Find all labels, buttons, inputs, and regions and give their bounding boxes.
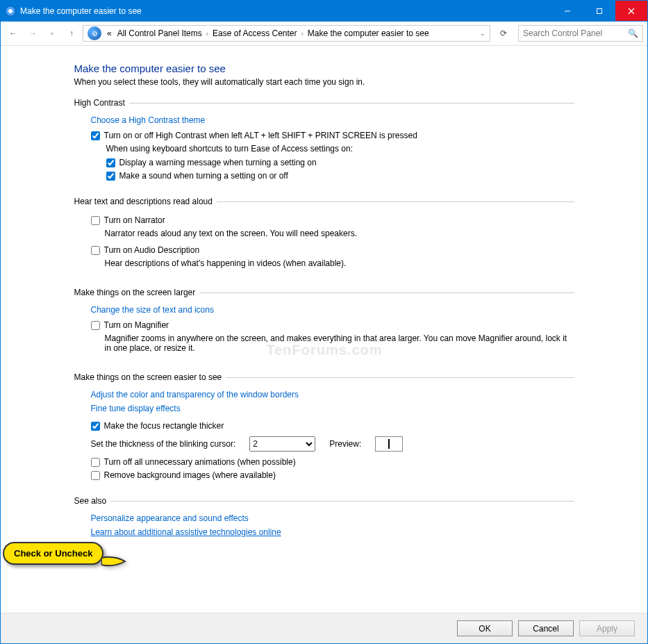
cb-toggle-hc[interactable] xyxy=(91,131,100,140)
legend-see-also: See also xyxy=(74,496,111,506)
svg-rect-3 xyxy=(597,8,602,13)
content-area: TenForums.com Make the computer easier t… xyxy=(1,46,647,613)
titlebar: Make the computer easier to see xyxy=(1,1,647,22)
link-learn-assistive[interactable]: Learn about additional assistive technol… xyxy=(91,527,281,537)
crumb-0[interactable]: All Control Panel Items xyxy=(115,28,205,38)
link-change-size[interactable]: Change the size of text and icons xyxy=(91,305,214,315)
page-description: When you select these tools, they will a… xyxy=(74,77,574,87)
lbl-toggle-hc[interactable]: Turn on or off High Contrast when left A… xyxy=(104,131,417,140)
lbl-remove-bg[interactable]: Remove background images (where availabl… xyxy=(104,470,276,480)
page: Make the computer easier to see When you… xyxy=(74,63,574,539)
legend-high-contrast: High Contrast xyxy=(74,98,129,108)
window-controls xyxy=(551,1,647,22)
legend-easier: Make things on the screen easier to see xyxy=(74,372,226,382)
search-icon[interactable]: 🔍 xyxy=(628,28,638,38)
cb-remove-bg[interactable] xyxy=(91,471,100,480)
group-high-contrast: High Contrast Choose a High Contrast the… xyxy=(74,98,574,184)
help-magnifier: Magnifier zooms in anywhere on the scree… xyxy=(105,333,574,353)
txt-shortcut-note: When using keyboard shortcuts to turn Ea… xyxy=(106,144,574,154)
address-bar[interactable]: ⚙ « All Control Panel Items › Ease of Ac… xyxy=(83,25,490,42)
app-icon xyxy=(5,6,16,17)
chevron-right-icon[interactable]: › xyxy=(300,30,305,38)
address-dropdown-icon[interactable]: ⌄ xyxy=(480,30,485,37)
legend-larger: Make things on the screen larger xyxy=(74,288,200,297)
cb-warning[interactable] xyxy=(106,158,115,167)
page-title: Make the computer easier to see xyxy=(74,63,574,74)
crumb-1[interactable]: Ease of Access Center xyxy=(210,28,299,38)
help-audio: Hear descriptions of what's happening in… xyxy=(105,258,574,268)
cb-sound[interactable] xyxy=(106,172,115,181)
callout-bubble: Check or Uncheck xyxy=(3,542,103,565)
lbl-sound[interactable]: Make a sound when turning a setting on o… xyxy=(119,171,288,181)
link-adjust-color[interactable]: Adjust the color and transparency of the… xyxy=(91,390,299,399)
close-button[interactable] xyxy=(615,1,647,21)
cb-magnifier[interactable] xyxy=(91,321,100,330)
group-larger: Make things on the screen larger Change … xyxy=(74,288,574,360)
cb-audio-desc[interactable] xyxy=(91,246,100,255)
group-easier: Make things on the screen easier to see … xyxy=(74,372,574,484)
cb-narrator[interactable] xyxy=(91,216,100,225)
recent-dropdown[interactable]: ▾ xyxy=(44,25,60,42)
link-personalize[interactable]: Personalize appearance and sound effects xyxy=(91,513,249,523)
link-fine-tune[interactable]: Fine tune display effects xyxy=(91,404,181,413)
select-cursor-thickness[interactable]: 2 xyxy=(249,436,315,452)
lbl-cursor-thickness: Set the thickness of the blinking cursor… xyxy=(91,439,236,449)
apply-button[interactable]: Apply xyxy=(579,620,635,636)
lbl-preview: Preview: xyxy=(329,439,361,449)
chevron-right-icon[interactable]: › xyxy=(205,30,210,38)
legend-hear-text: Hear text and descriptions read aloud xyxy=(74,197,217,206)
ok-button[interactable]: OK xyxy=(457,620,513,636)
button-bar: OK Cancel Apply xyxy=(1,613,647,643)
window-title: Make the computer easier to see xyxy=(20,6,551,16)
search-placeholder: Search Control Panel xyxy=(523,28,602,38)
forward-button[interactable]: → xyxy=(24,25,41,42)
minimize-button[interactable] xyxy=(551,1,583,21)
lbl-narrator[interactable]: Turn on Narrator xyxy=(104,215,165,225)
back-button[interactable]: ← xyxy=(5,25,22,42)
control-panel-icon: ⚙ xyxy=(88,26,101,40)
lbl-warning[interactable]: Display a warning message when turning a… xyxy=(119,158,317,167)
crumb-2[interactable]: Make the computer easier to see xyxy=(305,28,432,38)
cursor-preview xyxy=(375,436,403,452)
group-see-also: See also Personalize appearance and soun… xyxy=(74,496,574,539)
lbl-magnifier[interactable]: Turn on Magnifier xyxy=(104,320,169,330)
search-input[interactable]: Search Control Panel 🔍 xyxy=(518,25,643,42)
lbl-audio-desc[interactable]: Turn on Audio Description xyxy=(104,245,200,255)
group-hear-text: Hear text and descriptions read aloud Tu… xyxy=(74,197,574,275)
cb-turn-off-anim[interactable] xyxy=(91,458,100,467)
annotation-callout: Check or Uncheck xyxy=(3,542,101,565)
up-button[interactable]: ↑ xyxy=(63,25,80,42)
lbl-focus-rect[interactable]: Make the focus rectangle thicker xyxy=(104,421,224,431)
navbar: ← → ▾ ↑ ⚙ « All Control Panel Items › Ea… xyxy=(1,22,647,46)
maximize-button[interactable] xyxy=(583,1,615,21)
link-choose-hc-theme[interactable]: Choose a High Contrast theme xyxy=(91,115,206,125)
crumb-prefix: « xyxy=(104,28,115,38)
cancel-button[interactable]: Cancel xyxy=(518,620,574,636)
help-narrator: Narrator reads aloud any text on the scr… xyxy=(105,229,574,238)
window: Make the computer easier to see ← → ▾ ↑ … xyxy=(0,0,648,644)
cb-focus-rect[interactable] xyxy=(91,422,100,431)
refresh-button[interactable]: ⟳ xyxy=(496,28,511,38)
svg-point-1 xyxy=(8,9,13,13)
lbl-turn-off-anim[interactable]: Turn off all unnecessary animations (whe… xyxy=(104,457,296,467)
